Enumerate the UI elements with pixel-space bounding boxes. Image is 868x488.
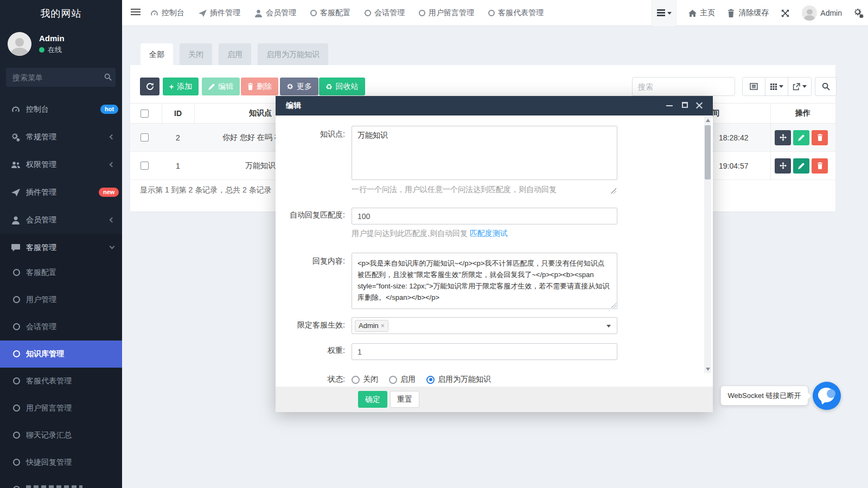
topnav-tab-service-config[interactable]: 客服配置 <box>310 8 350 18</box>
delete-button[interactable]: 删除 <box>241 78 278 95</box>
resize-grip-icon[interactable] <box>611 188 616 194</box>
sidebar-item-chatlog[interactable]: 聊天记录汇总 <box>0 422 122 449</box>
field-match: 自动回复匹配度: 用户提问达到此匹配度,则自动回复 匹配度测试 <box>276 208 713 239</box>
user-name: Admin <box>39 34 65 43</box>
dialog-titlebar[interactable]: 编辑 <box>276 96 713 115</box>
topnav-tab-agent[interactable]: 客服代表管理 <box>488 8 544 18</box>
circle-icon <box>13 323 20 330</box>
filter-tabs: 全部 关闭 启用 启用为万能知识 <box>141 43 328 65</box>
sidebar-item-clipped[interactable] <box>26 485 82 488</box>
search-submit-button[interactable] <box>815 77 837 96</box>
dialog-title: 编辑 <box>286 101 301 111</box>
home-button[interactable]: 主页 <box>688 8 715 18</box>
sidebar-item-service-config[interactable]: 客服配置 <box>0 259 122 286</box>
match-input[interactable] <box>352 208 617 224</box>
row-checkbox[interactable] <box>141 162 149 170</box>
sidebar-item-service[interactable]: 客服管理 <box>0 234 122 261</box>
remove-tag-icon[interactable] <box>381 322 385 330</box>
scroll-up-icon[interactable] <box>706 119 710 122</box>
recycle-button[interactable]: ♻回收站 <box>319 78 365 95</box>
row-delete-button[interactable] <box>812 130 828 145</box>
chat-widget-button[interactable] <box>813 382 841 410</box>
navbar-user[interactable]: Admin <box>802 5 842 21</box>
confirm-button[interactable]: 确定 <box>358 391 387 408</box>
app-window: 我的网站 Admin 在线 控制台 hot 常规管理 权限管理 插件管理 new <box>0 0 868 488</box>
table-search-input[interactable] <box>632 77 735 96</box>
sidebar-item-message-manage[interactable]: 用户留言管理 <box>0 395 122 422</box>
dialog-scrollbar[interactable] <box>704 117 711 373</box>
tab-universal[interactable]: 启用为万能知识 <box>258 43 328 65</box>
drag-sort-button[interactable] <box>775 158 791 174</box>
export-button[interactable] <box>788 78 811 95</box>
topnav-tab-label: 客服代表管理 <box>498 8 544 18</box>
match-test-link[interactable]: 匹配度测试 <box>470 229 508 237</box>
menu-toggle-icon[interactable] <box>131 9 141 16</box>
topnav-tab-message[interactable]: 用户留言管理 <box>419 8 474 18</box>
circle-icon <box>13 269 20 276</box>
sidebar-item-label: 控制台 <box>26 105 49 114</box>
sidebar-item-user-manage[interactable]: 用户管理 <box>0 286 122 313</box>
sidebar-item-label: 知识库管理 <box>26 349 64 359</box>
sidebar-item-member[interactable]: 会员管理 <box>0 206 122 234</box>
clear-cache-label: 清除缓存 <box>738 8 769 18</box>
tab-all[interactable]: 全部 <box>141 43 173 65</box>
record-summary: 显示第 1 到第 2 条记录，总共 2 条记录 <box>140 185 272 195</box>
sidebar-item-dashboard[interactable]: 控制台 hot <box>0 95 122 123</box>
chevron-down-icon <box>110 243 115 249</box>
topnav-tab-addon[interactable]: 插件管理 <box>199 8 240 18</box>
drag-sort-button[interactable] <box>775 130 791 145</box>
minimize-icon[interactable] <box>666 105 673 106</box>
new-badge: new <box>99 188 119 197</box>
knowledge-textarea[interactable]: 万能知识 <box>352 126 617 180</box>
menu-search-input[interactable] <box>6 68 116 87</box>
topnav-tab-dashboard[interactable]: 控制台 <box>150 8 184 18</box>
radio-closed[interactable] <box>352 376 360 384</box>
columns-button[interactable] <box>765 78 788 95</box>
sidebar-item-quickreply[interactable]: 快捷回复管理 <box>0 449 122 476</box>
reset-button[interactable]: 重置 <box>390 391 419 408</box>
scrollbar-thumb[interactable] <box>705 125 711 179</box>
caret-down-icon <box>607 325 611 328</box>
settings-button[interactable] <box>854 8 864 18</box>
sidebar-item-label: 用户管理 <box>26 295 56 305</box>
topnav-tab-member[interactable]: 会员管理 <box>254 8 296 18</box>
sidebar-item-auth[interactable]: 权限管理 <box>0 151 122 178</box>
weight-input[interactable] <box>352 343 617 360</box>
radio-universal[interactable] <box>426 376 435 384</box>
field-label: 状态: <box>276 373 352 384</box>
select-all-checkbox-cell <box>141 104 149 123</box>
sidebar-item-general[interactable]: 常规管理 <box>0 123 122 151</box>
row-edit-button[interactable] <box>793 158 809 174</box>
navbar-user-label: Admin <box>820 9 842 17</box>
reply-textarea[interactable]: <p>我是来自知识库的万能知识~</p><p>我不计算匹配度，只要没有任何知识点… <box>352 253 617 309</box>
scroll-down-icon[interactable] <box>706 368 710 371</box>
limit-select[interactable]: Admin <box>352 317 617 334</box>
clear-cache-button[interactable]: 清除缓存 <box>727 8 769 18</box>
topnav-tab-session[interactable]: 会话管理 <box>365 8 405 18</box>
tab-closed[interactable]: 关闭 <box>180 43 212 65</box>
user-icon <box>254 9 263 17</box>
cell-knowledge: 你好 您好 在吗 在 <box>222 124 282 151</box>
select-all-checkbox[interactable] <box>141 110 149 118</box>
add-button[interactable]: +添加 <box>163 78 199 95</box>
detail-view-button[interactable] <box>743 78 765 95</box>
sidebar-item-addon[interactable]: 插件管理 new <box>0 178 122 206</box>
edit-button[interactable]: 编辑 <box>202 78 240 95</box>
maximize-icon[interactable] <box>682 102 688 108</box>
fullscreen-button[interactable] <box>781 9 790 18</box>
sidebar-item-session-manage[interactable]: 会话管理 <box>0 313 122 341</box>
sidebar-item-agent-manage[interactable]: 客服代表管理 <box>0 368 122 395</box>
user-avatar[interactable] <box>8 32 31 56</box>
trash-icon <box>247 83 253 90</box>
radio-enabled[interactable] <box>389 376 397 384</box>
refresh-button[interactable] <box>140 78 159 95</box>
more-button[interactable]: 更多 <box>280 78 318 95</box>
row-delete-button[interactable] <box>812 158 828 174</box>
resize-grip-icon[interactable] <box>611 303 616 308</box>
tab-enabled[interactable]: 启用 <box>219 43 251 65</box>
sidebar-item-knowledge-manage[interactable]: 知识库管理 <box>0 341 122 368</box>
tabs-dropdown-button[interactable] <box>652 0 676 26</box>
row-edit-button[interactable] <box>793 130 809 145</box>
row-checkbox[interactable] <box>141 133 149 142</box>
close-icon[interactable] <box>695 101 703 109</box>
